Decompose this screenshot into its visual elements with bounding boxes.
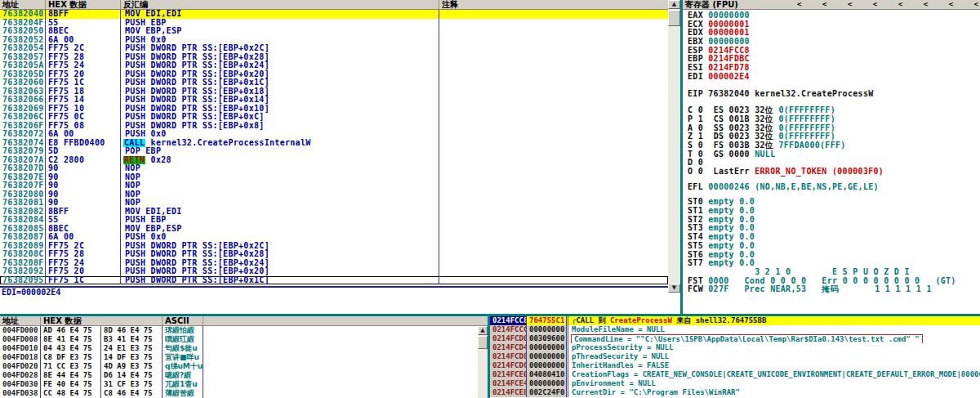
disassembly-row[interactable]: 7638205A FF75 24 PUSH DWORD PTR SS:[EBP+… (0, 61, 668, 70)
dump-row[interactable]: 004FD028 8E 44 E4 75 D6 14 E4 75 嗯縀?縀 (0, 371, 488, 380)
chevron-left-icon[interactable]: < (974, 0, 978, 9)
disassembly-row[interactable]: 7638207A C2 2800 RETN 0x28 (0, 156, 668, 165)
disassembly-row[interactable]: 76382074 E8 FFBD0400 CALL kernel32.Creat… (0, 139, 668, 148)
register-row[interactable]: EDI 000002E4 (688, 73, 980, 82)
chevron-left-icon[interactable]: < (924, 0, 928, 9)
chevron-left-icon[interactable]: < (848, 0, 852, 9)
disassembly-row[interactable]: 76382081 90 NOP (0, 199, 668, 208)
fpu-register-row[interactable]: ST7 empty 0.0 (688, 259, 980, 268)
instruction-text: MOV EBP,ESP (121, 27, 439, 36)
register-row[interactable]: EAX 00000000 (688, 11, 980, 20)
chevron-left-icon[interactable]: < (898, 0, 902, 9)
scrollbar-thumb[interactable] (478, 336, 488, 349)
register-row[interactable]: EDX 00000001 (688, 29, 980, 38)
register-row[interactable]: EBP 0214FDBC (688, 55, 980, 64)
disassembly-scrollbar[interactable]: ▲ ▼ (668, 0, 680, 293)
flag-row[interactable]: D 0 (688, 159, 980, 168)
dump-row[interactable]: 004FD038 CC 48 E4 75 C8 46 E4 75 薄縀苦縀 (0, 389, 488, 398)
register-row[interactable]: ESP 0214FCC8 (688, 47, 980, 56)
disassembly-row[interactable]: 76382069 FF75 10 PUSH DWORD PTR SS:[EBP+… (0, 105, 668, 114)
chevron-left-icon[interactable]: < (797, 0, 801, 9)
fcw-row[interactable]: FCW 027F Prec NEAR,53 掩码 1 1 1 1 1 1 (688, 285, 980, 294)
instruction-operands: PUSH EBP (125, 19, 167, 27)
disassembly-row[interactable]: 76382057 FF75 28 PUSH DWORD PTR SS:[EBP+… (0, 53, 668, 62)
register-row[interactable]: EBX 00000000 (688, 38, 980, 47)
disassembly-row[interactable]: 7638206C FF75 0C PUSH DWORD PTR SS:[EBP+… (0, 113, 668, 122)
dump-row-filler (203, 326, 488, 335)
disassembly-row[interactable]: 76382052 6A 00 PUSH 0x0 (0, 36, 668, 45)
fpu-register-row[interactable]: ST5 empty 0.0 (688, 242, 980, 251)
disassembly-row[interactable]: 76382087 6A 00 PUSH 0x0 (0, 233, 668, 242)
chevron-left-icon[interactable]: < (873, 0, 877, 9)
scroll-up-icon[interactable]: ▲ (478, 326, 488, 335)
disassembly-row[interactable]: 76382060 FF75 1C PUSH DWORD PTR SS:[EBP+… (0, 78, 668, 87)
disassembly-row[interactable]: 7638207D 90 NOP (0, 164, 668, 173)
flag-row[interactable]: T 0 GS 0000 NULL (688, 150, 980, 159)
stack-row[interactable]: 0214FCD8 00000000 pThreadSecurity = NULL (490, 352, 980, 361)
disassembly-row[interactable]: 76382085 8BEC MOV EBP,ESP (0, 225, 668, 234)
dump-scrollbar[interactable]: ▲ (478, 326, 488, 398)
instruction-address: 76382060 (0, 78, 46, 87)
disassembly-row[interactable]: 7638207F 90 NOP (0, 181, 668, 190)
lasterr-row[interactable]: O 0 LastErr ERROR_NO_TOKEN (000003F0) (688, 168, 980, 177)
dump-row[interactable]: 004FD010 04 43 E4 75 24 E1 E3 75 匄縀$徙u (0, 344, 488, 353)
disassembly-row[interactable]: 76382079 5D POP EBP (0, 147, 668, 156)
flag-row[interactable]: P 1 CS 001B 32位 0(FFFFFFFF) (688, 115, 980, 124)
scroll-down-icon[interactable]: ▼ (668, 284, 680, 293)
flag-row[interactable]: Z 1 DS 0023 32位 0(FFFFFFFF) (688, 132, 980, 141)
stack-row[interactable]: 0214FCE0 04080410 CreationFlags = CREATE… (490, 370, 980, 379)
flag-row[interactable]: A 0 SS 0023 32位 0(FFFFFFFF) (688, 124, 980, 133)
disassembly-row[interactable]: 76382072 6A 00 PUSH 0x0 (0, 130, 668, 139)
stack-row[interactable]: 0214FCDC 00000000 InheritHandles = FALSE (490, 361, 980, 370)
disassembly-row[interactable]: 76382082 8BFF MOV EDI,EDI (0, 208, 668, 217)
disassembly-row[interactable]: 76382092 FF75 20 PUSH DWORD PTR SS:[EBP+… (0, 267, 668, 276)
fst-row[interactable]: FST 0000 Cond 0 0 0 0 Err 0 0 0 0 0 0 0 … (688, 277, 980, 286)
stack-row[interactable]: 0214FCD4 00000000 pProcessSecurity = NUL… (490, 343, 980, 352)
scroll-up-icon[interactable]: ▲ (668, 0, 680, 9)
disassembly-row[interactable]: 76382089 FF75 2C PUSH DWORD PTR SS:[EBP+… (0, 242, 668, 251)
disassembly-row[interactable]: 7638204F 55 PUSH EBP (0, 19, 668, 28)
instruction-address: 76382074 (0, 139, 46, 148)
disassembly-row[interactable]: 76382066 FF75 14 PUSH DWORD PTR SS:[EBP+… (0, 96, 668, 105)
stack-rows: 0214FCCC 00000000 ModuleFileName = NULL … (490, 325, 980, 397)
ollydbg-window: 地址 HEX 数据 反汇编 注释 76382040 8BFF MOV EDI,E… (0, 0, 980, 398)
dump-row[interactable]: 004FD008 8E 41 E4 75 B3 41 E4 75 嘪縀玒縀 (0, 335, 488, 344)
dump-row[interactable]: 004FD018 C8 DF E3 75 14 DF E3 75 冝讲■咩u (0, 353, 488, 362)
stack-row[interactable]: 0214FCCC 00000000 ModuleFileName = NULL (490, 325, 980, 334)
dump-row[interactable]: 004FD000 AD 46 E4 75 8D 46 E4 75 琾縀怕縀 (0, 326, 488, 335)
disassembly-row[interactable]: 7638205D FF75 20 PUSH DWORD PTR SS:[EBP+… (0, 70, 668, 79)
stack-row[interactable]: 0214FCD0 00309600 CommandLine = ""C:\Use… (490, 334, 980, 343)
scrollbar-thumb[interactable] (668, 10, 680, 26)
fpu-register-row[interactable]: ST1 empty 0.0 (688, 207, 980, 216)
disassembly-row[interactable]: 76382054 FF75 2C PUSH DWORD PTR SS:[EBP+… (0, 44, 668, 53)
register-row[interactable]: ECX 00000001 (688, 20, 980, 29)
disassembly-row[interactable]: 7638207E 90 NOP (0, 173, 668, 182)
disassembly-row[interactable]: 76382084 55 PUSH EBP (0, 216, 668, 225)
flag-row[interactable]: S 0 FS 003B 32位 7FFDA000(FFF) (688, 141, 980, 150)
efl-row[interactable]: EFL 00000246 (NO,NB,E,BE,NS,PE,GE,LE) (688, 183, 980, 192)
fpu-register-row[interactable]: ST3 empty 0.0 (688, 224, 980, 233)
chevron-left-icon[interactable]: < (822, 0, 826, 9)
stack-row-call[interactable]: 0214FCC8 764755C1 ┌CALL 到 CreateProcessW… (490, 316, 980, 325)
disassembly-row[interactable]: 76382080 90 NOP (0, 190, 668, 199)
fpu-register-row[interactable]: ST6 empty 0.0 (688, 251, 980, 260)
dump-row[interactable]: 004FD030 FE 40 E4 75 31 CF E3 75 兀縀1杳u (0, 380, 488, 389)
disassembly-row[interactable]: 7638208F FF75 24 PUSH DWORD PTR SS:[EBP+… (0, 259, 668, 268)
fpu-register-row[interactable]: ST0 empty 0.0 (688, 198, 980, 207)
disassembly-row[interactable]: 7638206F FF75 08 PUSH DWORD PTR SS:[EBP+… (0, 122, 668, 131)
dump-row-filler (203, 389, 488, 398)
flag-row[interactable]: C 0 ES 0023 32位 0(FFFFFFFF) (688, 106, 980, 115)
fpu-register-row[interactable]: ST4 empty 0.0 (688, 233, 980, 242)
register-row[interactable]: ESI 0214FD78 (688, 64, 980, 73)
disassembly-row[interactable]: 7638208C FF75 28 PUSH DWORD PTR SS:[EBP+… (0, 250, 668, 259)
eip-row[interactable]: EIP 76382040 kernel32.CreateProcessW (688, 90, 980, 99)
disassembly-row[interactable]: 76382095 FF75 1C PUSH DWORD PTR SS:[EBP+… (0, 276, 668, 285)
disassembly-row[interactable]: 76382040 8BFF MOV EDI,EDI (0, 10, 668, 19)
stack-row[interactable]: 0214FCE8 002C24F0 CurrentDir = "C:\Progr… (490, 388, 980, 397)
dump-row[interactable]: 004FD020 71 CC E3 75 4D A9 E3 75 q绨uM十u (0, 362, 488, 371)
disassembly-row[interactable]: 76382063 FF75 18 PUSH DWORD PTR SS:[EBP+… (0, 87, 668, 96)
disassembly-row[interactable]: 76382050 8BEC MOV EBP,ESP (0, 27, 668, 36)
chevron-left-icon[interactable]: < (949, 0, 953, 9)
fpu-register-row[interactable]: ST2 empty 0.0 (688, 216, 980, 225)
stack-row[interactable]: 0214FCE4 00000000 pEnvironment = NULL (490, 379, 980, 388)
